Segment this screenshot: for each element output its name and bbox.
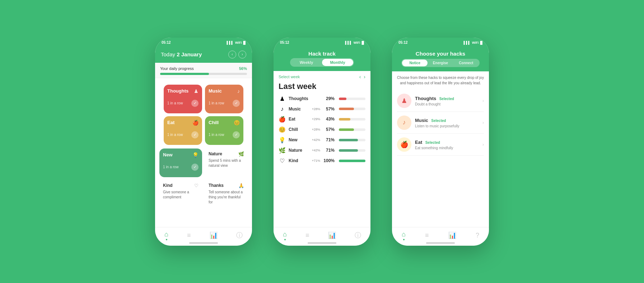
- eat-icon: 🍎: [192, 120, 199, 126]
- thoughts-choice-subtitle: Doubt a thought: [415, 102, 479, 106]
- info-icon-1: ⓘ: [236, 231, 243, 240]
- status-bar-1: 05:12 ▌▌▌ WiFi █: [155, 38, 252, 48]
- hack-choice-music[interactable]: ♪ Music Selected Listen to music purpose…: [397, 112, 484, 134]
- stat-eat-pct: 43%: [323, 117, 335, 122]
- tile-thoughts[interactable]: Thoughts ♟ 1 in a row ✓: [164, 85, 202, 113]
- music-check: ✓: [233, 100, 240, 107]
- home-icon-3: ⌂: [402, 231, 406, 238]
- hack-choice-thoughts[interactable]: ♟ Thoughts Selected Doubt a thought ›: [397, 90, 484, 112]
- music-choice-arrow: ›: [482, 120, 484, 125]
- info-icon-2: ⓘ: [355, 231, 361, 240]
- eat-choice-arrow: ›: [482, 142, 484, 147]
- tile-nature[interactable]: Nature 🌿 Spend 5 mins with a natural vie…: [205, 148, 248, 177]
- nature-icon: 🌿: [238, 151, 244, 157]
- nav-info-1[interactable]: ⓘ: [236, 231, 243, 240]
- tile-kind[interactable]: Kind ♡ Give someone a compliment: [159, 180, 202, 208]
- next-date-button[interactable]: ›: [238, 51, 246, 58]
- nav-info-2[interactable]: ⓘ: [355, 231, 361, 240]
- music-choice-subtitle: Listen to music purposefully: [415, 124, 479, 128]
- thanks-icon: 🙏: [238, 183, 244, 188]
- stat-kind-bar-bg: [339, 160, 365, 162]
- stat-nature-change: +42%: [310, 148, 320, 152]
- next-week-button[interactable]: ›: [364, 74, 365, 80]
- status-time-1: 05:12: [162, 41, 171, 44]
- tile-eat[interactable]: Eat 🍎 1 in a row ✓: [164, 116, 202, 145]
- battery-icon-3: █: [480, 41, 482, 44]
- tile-nature-name: Nature: [209, 151, 222, 157]
- tile-new[interactable]: New 💡 1 in a row ✓: [159, 148, 202, 177]
- thoughts-choice-content: Thoughts Selected Doubt a thought: [415, 95, 479, 106]
- status-bar-2: 05:12 ▌▌▌ WiFi █: [274, 38, 370, 48]
- nav-help-3[interactable]: ?: [476, 232, 479, 239]
- chart-icon-2: 📊: [328, 231, 336, 239]
- period-tab-switcher: Weekly Monthly: [290, 58, 354, 67]
- tile-music[interactable]: Music ♪ 1 in a row ✓: [205, 85, 243, 113]
- stat-new: 💡 New +42% 71%: [279, 137, 365, 143]
- hack-choice-eat[interactable]: 🍎 Eat Selected Eat something mindfully ›: [397, 134, 484, 156]
- stat-thoughts-label: Thoughts: [289, 96, 307, 101]
- nav-chart-2[interactable]: 📊: [328, 231, 336, 239]
- music-icon: ♪: [237, 88, 240, 94]
- tile-nature-desc: Spend 5 mins with a natural view: [209, 158, 244, 168]
- stat-kind-icon: ♡: [279, 157, 286, 164]
- list-icon-3: ≡: [425, 232, 429, 239]
- thoughts-choice-title-row: Thoughts Selected: [415, 95, 479, 102]
- category-tab-switcher: Notice Energise Connect: [401, 59, 480, 67]
- status-time-3: 05:12: [398, 41, 408, 44]
- nav-chart-3[interactable]: 📊: [448, 231, 456, 239]
- nav-dot-3: [403, 239, 405, 240]
- stat-nature-bar-bg: [339, 149, 365, 152]
- nav-list-2[interactable]: ≡: [305, 232, 309, 239]
- stat-kind-pct: 100%: [323, 158, 335, 163]
- nav-chart-1[interactable]: 📊: [210, 231, 218, 239]
- choose-description: Choose from these hacks to squeeze every…: [397, 75, 484, 86]
- battery-icon-1: █: [243, 41, 246, 44]
- tile-chill-streak: 1 in a row: [209, 133, 224, 137]
- battery-icon-2: █: [362, 41, 364, 44]
- home-bar-2: [308, 242, 336, 244]
- wifi-icon-3: WiFi: [472, 41, 479, 44]
- phone3-title: Choose your hacks: [398, 51, 483, 59]
- phone-daily: 05:12 ▌▌▌ WiFi █ Today 2 January ‹ ›: [155, 38, 252, 246]
- stat-thoughts-icon: ♟: [279, 95, 286, 102]
- prev-week-button[interactable]: ‹: [359, 74, 361, 80]
- stat-music: ♪ Music +28% 57%: [279, 106, 365, 112]
- nav-list-1[interactable]: ≡: [187, 232, 191, 239]
- eat-choice-title-row: Eat Selected: [415, 139, 479, 145]
- stat-kind: ♡ Kind +71% 100%: [279, 157, 365, 164]
- period-title: Last week: [279, 82, 365, 91]
- progress-bar-bg: [160, 73, 247, 75]
- home-icon-1: ⌂: [164, 231, 168, 238]
- cat-notice[interactable]: Notice: [402, 60, 428, 66]
- nav-list-3[interactable]: ≡: [425, 232, 429, 239]
- help-icon-3: ?: [476, 232, 479, 239]
- music-choice-icon: ♪: [403, 119, 406, 126]
- cat-energise[interactable]: Energise: [428, 60, 453, 66]
- nav-home-3[interactable]: ⌂: [402, 231, 406, 240]
- thoughts-choice-arrow: ›: [482, 98, 484, 103]
- stat-chill-bar: [339, 128, 354, 131]
- chart-icon-3: 📊: [448, 231, 456, 239]
- tile-music-streak: 1 in a row: [209, 101, 224, 105]
- cat-connect[interactable]: Connect: [453, 60, 479, 66]
- tile-kind-name: Kind: [163, 183, 173, 188]
- music-choice-title-row: Music Selected: [415, 117, 479, 123]
- music-choice-name: Music: [415, 118, 428, 123]
- stat-new-change: +42%: [310, 138, 320, 142]
- tile-music-name: Music: [209, 88, 222, 94]
- tile-chill[interactable]: Chill 😊 1 in a row ✓: [205, 116, 243, 145]
- chart-icon-1: 📊: [210, 231, 218, 239]
- tab-monthly[interactable]: Monthly: [322, 59, 353, 66]
- stat-eat-change: +29%: [310, 117, 320, 121]
- stat-chill-icon: 😊: [279, 126, 286, 133]
- stat-new-bar-bg: [339, 139, 365, 141]
- tab-weekly[interactable]: Weekly: [291, 59, 322, 66]
- stat-chill-bar-bg: [339, 128, 365, 131]
- nav-home-1[interactable]: ⌂: [164, 231, 168, 240]
- prev-date-button[interactable]: ‹: [228, 51, 236, 58]
- tile-thanks[interactable]: Thanks 🙏 Tell someone about a thing you'…: [205, 180, 248, 208]
- kind-icon: ♡: [194, 183, 199, 188]
- phone1-header: Today 2 January ‹ ›: [155, 48, 252, 63]
- nav-dot-1: [166, 239, 167, 240]
- nav-home-2[interactable]: ⌂: [283, 231, 287, 240]
